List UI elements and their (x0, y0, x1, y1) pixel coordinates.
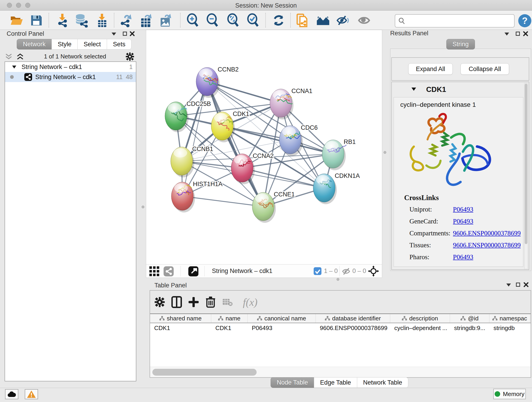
column-header-@id[interactable]: @id (450, 314, 489, 323)
birds-eye-view-icon[interactable] (368, 266, 379, 277)
tab-node-table[interactable]: Node Table (271, 377, 314, 388)
show-columns-icon[interactable] (169, 295, 184, 309)
import-table-icon[interactable] (95, 14, 109, 27)
node-CDC25B[interactable]: CDC25B (165, 100, 211, 132)
results-scrollbar-thumb[interactable] (525, 84, 527, 244)
edge-CCNB2-HIST1H1A[interactable] (182, 82, 207, 196)
column-header-shared-name[interactable]: shared name (150, 314, 211, 323)
node-RB1[interactable]: RB1 (322, 138, 356, 170)
export-image-icon[interactable] (159, 14, 172, 27)
control-panel-float-icon[interactable] (111, 32, 116, 36)
toolbar-search-field[interactable] (395, 14, 515, 27)
node-HIST1H1A[interactable]: HIST1H1A (171, 181, 222, 212)
crosslink-link[interactable]: P06493 (453, 217, 473, 225)
table-cell[interactable]: P06493 (248, 323, 316, 333)
table-cell[interactable]: stringdb (489, 323, 530, 333)
edge-CCNB2-CCNE1[interactable] (207, 82, 263, 206)
node-CCNE1[interactable]: CCNE1 (252, 191, 295, 223)
grid-view-icon[interactable] (149, 266, 159, 276)
results-panel-close-icon[interactable] (523, 31, 528, 36)
expand-all-button[interactable]: Expand All (408, 63, 453, 75)
network-canvas[interactable]: CCNB2CCNA1CDC25BCDK1CDC6RB1CCNB1CCNA2CDK… (146, 30, 382, 264)
help-button[interactable]: ? (518, 14, 531, 27)
expand-all-icon[interactable] (16, 53, 24, 60)
node-CDKN1A[interactable]: CDKN1A (313, 172, 360, 204)
bottom-splitter-handle[interactable] (336, 278, 339, 281)
results-panel-float-icon[interactable] (504, 32, 509, 36)
delete-column-trash-icon[interactable] (203, 295, 218, 309)
network-share-toggle-icon[interactable] (164, 266, 174, 276)
warnings-button[interactable] (25, 389, 38, 399)
results-panel-maximize-icon[interactable] (516, 32, 520, 36)
tab-select[interactable]: Select (77, 39, 107, 50)
table-panel-maximize-icon[interactable] (516, 283, 520, 287)
gene-collapse-triangle-icon[interactable] (411, 87, 416, 91)
left-splitter-handle[interactable] (142, 206, 144, 208)
open-session-icon[interactable] (10, 14, 23, 27)
node-CDC6[interactable]: CDC6 (279, 124, 318, 156)
table-cell[interactable]: stringdb:9... (450, 323, 489, 333)
refresh-icon[interactable] (272, 14, 285, 27)
tab-edge-table[interactable]: Edge Table (314, 377, 357, 388)
table-cell[interactable]: cyclin–dependent ... (390, 323, 450, 333)
save-session-icon[interactable] (30, 14, 43, 27)
selected-nodes-checkbox-icon[interactable] (314, 267, 322, 275)
column-header-namespac[interactable]: namespac (489, 314, 530, 323)
table-horizontal-scrollbar[interactable] (150, 367, 531, 377)
zoom-fit-icon[interactable] (226, 14, 240, 27)
import-network-from-database-icon[interactable] (75, 14, 88, 27)
collapse-all-icon[interactable] (5, 53, 13, 60)
column-header-database-identifier[interactable]: database identifier (316, 314, 390, 323)
network-options-gear-icon[interactable] (126, 52, 134, 61)
crosslink-link[interactable]: P06493 (453, 206, 473, 213)
table-panel-float-icon[interactable] (506, 283, 511, 287)
table-row[interactable]: CDK1CDK1P064939606.ENSP00000378699cyclin… (150, 323, 531, 333)
zoom-in-icon[interactable] (186, 14, 199, 27)
node-label-CCNB1: CCNB1 (192, 146, 213, 153)
table-cell[interactable]: 9606.ENSP00000378699 (316, 323, 390, 333)
collapse-all-button[interactable]: Collapse All (461, 63, 509, 75)
tab-sets[interactable]: Sets (107, 39, 132, 50)
import-network-icon[interactable] (56, 14, 69, 27)
control-panel-close-icon[interactable] (130, 31, 135, 36)
search-input[interactable] (405, 17, 506, 25)
results-expand-controls: Expand All Collapse All (391, 57, 529, 81)
tab-network-table[interactable]: Network Table (357, 377, 409, 388)
hide-glass-eye-slash-icon[interactable] (336, 14, 350, 27)
node-CDK1[interactable]: CDK1 (211, 110, 249, 142)
copy-style-documents-icon[interactable] (295, 14, 309, 27)
table-settings-gear-icon[interactable] (152, 295, 167, 309)
control-panel-maximize-icon[interactable] (123, 32, 127, 36)
crosslink-link[interactable]: 9606.ENSP00000378699 (453, 230, 521, 237)
zoom-out-icon[interactable] (206, 14, 219, 27)
tab-network[interactable]: Network (17, 39, 52, 50)
tree-collapse-triangle-icon[interactable] (12, 65, 17, 69)
column-header-name[interactable]: name (211, 314, 248, 323)
node-CCNB2[interactable]: CCNB2 (196, 66, 239, 98)
network-tree-root-row[interactable]: String Network – cdk1 1 (5, 62, 136, 72)
cloud-status-button[interactable] (5, 389, 18, 399)
results-scrollbar[interactable] (524, 83, 528, 269)
stringify-houses-icon[interactable] (317, 14, 330, 27)
column-header-canonical-name[interactable]: canonical name (248, 314, 316, 323)
tab-string[interactable]: String (446, 39, 475, 50)
crosslink-link[interactable]: 9606.ENSP00000378699 (453, 241, 521, 249)
crosslink-link[interactable]: P06493 (453, 253, 473, 261)
gene-section-header[interactable]: CDK1 (392, 82, 529, 97)
detach-view-icon[interactable] (188, 266, 198, 276)
column-header-description[interactable]: description (390, 314, 450, 323)
network-tree-child-row[interactable]: String Network – cdk1 11 48 (5, 72, 136, 82)
add-column-plus-icon[interactable] (186, 295, 201, 309)
table-cell[interactable]: CDK1 (211, 323, 248, 333)
memory-label: Memory (503, 390, 525, 398)
export-network-icon[interactable] (119, 14, 133, 27)
zoom-selected-icon[interactable] (246, 14, 260, 27)
table-cell[interactable]: CDK1 (150, 323, 211, 333)
right-splitter-handle[interactable] (384, 151, 386, 154)
table-panel-close-icon[interactable] (524, 282, 529, 287)
node-CCNA1[interactable]: CCNA1 (270, 88, 312, 119)
tab-style[interactable]: Style (51, 39, 78, 50)
table-scrollbar-thumb[interactable] (152, 369, 257, 376)
memory-button[interactable]: Memory (493, 389, 526, 399)
export-table-icon[interactable] (139, 14, 152, 27)
